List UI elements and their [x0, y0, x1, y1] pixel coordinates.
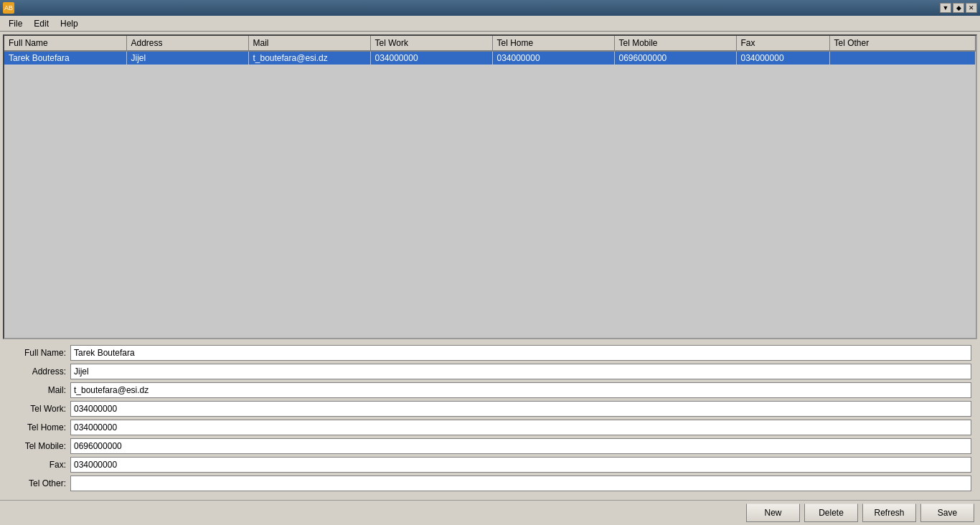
refresh-button[interactable]: Refresh	[862, 503, 916, 522]
col-header-mail: Mail	[248, 36, 370, 51]
contact-form: Full Name:Address:Mail:Tel Work:Tel Home…	[3, 342, 977, 497]
label-fax: Fax:	[9, 460, 66, 470]
new-button[interactable]: New	[746, 503, 800, 522]
form-row-telWork: Tel Work:	[9, 401, 971, 417]
label-mail: Mail:	[9, 385, 66, 395]
label-telOther: Tel Other:	[9, 478, 66, 488]
col-header-fullname: Full Name	[4, 36, 126, 51]
menu-file[interactable]: File	[3, 17, 28, 30]
col-header-telmobile: Tel Mobile	[614, 36, 736, 51]
app-icon: AB	[3, 2, 14, 14]
cell-telhome: 034000000	[492, 51, 614, 65]
menu-edit[interactable]: Edit	[28, 17, 55, 30]
col-header-fax: Fax	[736, 36, 829, 51]
cell-fax: 034000000	[736, 51, 829, 65]
maximize-button[interactable]: ◆	[953, 3, 964, 13]
input-mail[interactable]	[70, 382, 971, 398]
minimize-button[interactable]: ▼	[940, 3, 951, 13]
col-header-address: Address	[126, 36, 248, 51]
cell-telother	[829, 51, 976, 65]
col-header-telother: Tel Other	[829, 36, 976, 51]
form-row-fullName: Full Name:	[9, 345, 971, 361]
col-header-telwork: Tel Work	[370, 36, 492, 51]
input-telWork[interactable]	[70, 401, 971, 417]
cell-address: Jijel	[126, 51, 248, 65]
form-row-telMobile: Tel Mobile:	[9, 438, 971, 454]
contact-table: Full Name Address Mail Tel Work Tel Home…	[4, 36, 976, 65]
title-bar-controls: ▼ ◆ ✕	[940, 3, 977, 13]
input-address[interactable]	[70, 364, 971, 379]
cell-telmobile: 0696000000	[614, 51, 736, 65]
form-row-mail: Mail:	[9, 382, 971, 398]
input-fax[interactable]	[70, 457, 971, 473]
cell-fullname: Tarek Boutefara	[4, 51, 126, 65]
form-row-fax: Fax:	[9, 457, 971, 473]
col-header-telhome: Tel Home	[492, 36, 614, 51]
label-telMobile: Tel Mobile:	[9, 441, 66, 451]
label-fullName: Full Name:	[9, 348, 66, 358]
table-row[interactable]: Tarek BoutefaraJijelt_boutefara@esi.dz03…	[4, 51, 976, 65]
contact-table-container[interactable]: Full Name Address Mail Tel Work Tel Home…	[3, 34, 977, 339]
input-telMobile[interactable]	[70, 438, 971, 454]
form-row-address: Address:	[9, 364, 971, 379]
input-telOther[interactable]	[70, 476, 971, 491]
save-button[interactable]: Save	[920, 503, 974, 522]
table-header-row: Full Name Address Mail Tel Work Tel Home…	[4, 36, 976, 51]
title-bar: AB ▼ ◆ ✕	[0, 0, 980, 16]
input-fullName[interactable]	[70, 345, 971, 361]
label-telHome: Tel Home:	[9, 422, 66, 432]
close-button[interactable]: ✕	[966, 3, 977, 13]
main-content: Full Name Address Mail Tel Work Tel Home…	[0, 32, 980, 500]
form-row-telOther: Tel Other:	[9, 476, 971, 491]
label-address: Address:	[9, 366, 66, 377]
delete-button[interactable]: Delete	[804, 503, 858, 522]
form-row-telHome: Tel Home:	[9, 420, 971, 435]
button-row: New Delete Refresh Save	[0, 500, 980, 525]
cell-telwork: 034000000	[370, 51, 492, 65]
menu-help[interactable]: Help	[55, 17, 84, 30]
menu-bar: File Edit Help	[0, 16, 980, 32]
label-telWork: Tel Work:	[9, 404, 66, 414]
cell-mail: t_boutefara@esi.dz	[248, 51, 370, 65]
input-telHome[interactable]	[70, 420, 971, 435]
